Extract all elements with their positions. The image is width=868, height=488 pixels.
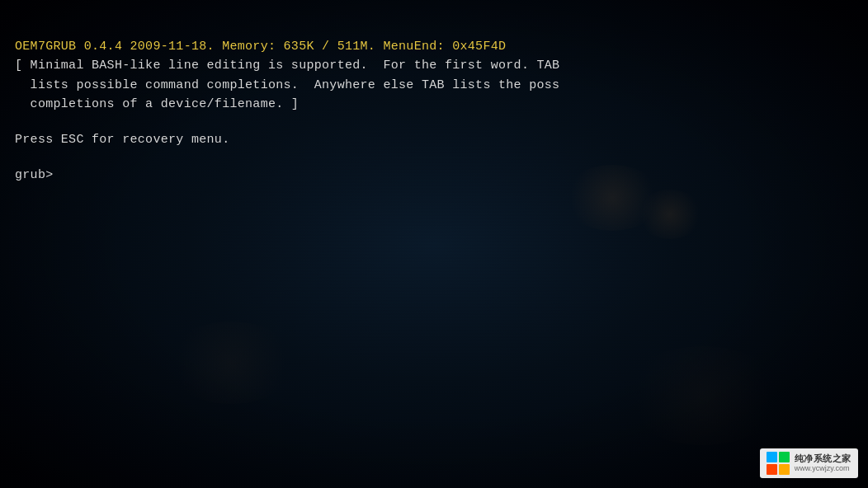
terminal-output: OEM7GRUB 0.4.4 2009-11-18. Memory: 635K … xyxy=(15,37,868,185)
logo-quadrant-4 xyxy=(779,464,790,475)
blank-line-2 xyxy=(15,149,868,166)
watermark-site-name: 纯净系统之家 xyxy=(795,453,851,464)
logo-quadrant-3 xyxy=(767,464,777,475)
logo-quadrant-1 xyxy=(767,452,777,462)
terminal-screen: OEM7GRUB 0.4.4 2009-11-18. Memory: 635K … xyxy=(0,0,868,488)
watermark-badge: 纯净系统之家 www.ycwjzy.com xyxy=(760,448,858,478)
line-bash-info-1: [ Minimal BASH-like line editing is supp… xyxy=(15,56,868,75)
line-bash-info-2: lists possible command completions. Anyw… xyxy=(15,76,868,95)
blank-line-1 xyxy=(15,114,868,130)
line-bash-info-3: completions of a device/filename. ] xyxy=(15,95,868,114)
line-grub-prompt: grub> xyxy=(15,166,868,185)
watermark-text-block: 纯净系统之家 www.ycwjzy.com xyxy=(795,453,851,473)
logo-quadrant-2 xyxy=(779,452,790,462)
line-grub-header: OEM7GRUB 0.4.4 2009-11-18. Memory: 635K … xyxy=(15,37,868,56)
line-press-esc: Press ESC for recovery menu. xyxy=(15,130,868,149)
watermark-site-url: www.ycwjzy.com xyxy=(795,464,851,473)
watermark-logo-icon xyxy=(767,452,790,475)
